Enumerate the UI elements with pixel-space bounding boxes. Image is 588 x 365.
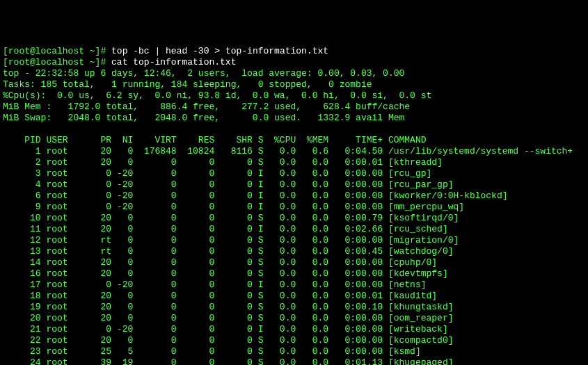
- top-process-row: 24 root 39 19 0 0 0 S 0.0 0.0 0:01.13 [k…: [3, 357, 454, 366]
- top-process-row: 2 root 20 0 0 0 0 S 0.0 0.0 0:00.01 [kth…: [3, 157, 443, 168]
- top-process-row: 10 root 20 0 0 0 0 S 0.0 0.0 0:00.79 [ks…: [3, 213, 459, 223]
- top-process-row: 11 root 20 0 0 0 0 I 0.0 0.0 0:02.66 [rc…: [3, 224, 448, 234]
- shell-prompt: [root@localhost ~]#: [3, 57, 106, 67]
- top-process-row: 18 root 20 0 0 0 0 S 0.0 0.0 0:00.01 [ka…: [3, 291, 437, 301]
- top-summary-line: MiB Mem : 1792.0 total, 886.4 free, 277.…: [3, 102, 410, 112]
- top-process-row: 20 root 20 0 0 0 0 S 0.0 0.0 0:00.00 [oo…: [3, 313, 454, 323]
- top-process-row: 3 root 0 -20 0 0 0 I 0.0 0.0 0:00.00 [rc…: [3, 168, 431, 179]
- top-process-row: 14 root 20 0 0 0 0 S 0.0 0.0 0:00.00 [cp…: [3, 257, 437, 268]
- top-process-row: 23 root 25 5 0 0 0 S 0.0 0.0 0:00.00 [ks…: [3, 346, 421, 357]
- top-process-row: 4 root 0 -20 0 0 0 I 0.0 0.0 0:00.00 [rc…: [3, 179, 454, 190]
- top-process-row: 6 root 0 -20 0 0 0 I 0.0 0.0 0:00.00 [kw…: [3, 190, 508, 201]
- command-2: cat top-information.txt: [111, 57, 236, 67]
- top-summary-line: Tasks: 185 total, 1 running, 184 sleepin…: [3, 79, 372, 90]
- top-process-row: 17 root 0 -20 0 0 0 I 0.0 0.0 0:00.00 [n…: [3, 279, 427, 290]
- top-process-row: 12 root rt 0 0 0 0 S 0.0 0.0 0:00.00 [mi…: [3, 235, 459, 245]
- top-process-header: PID USER PR NI VIRT RES SHR S %CPU %MEM …: [3, 135, 427, 145]
- top-process-row: 22 root 20 0 0 0 0 S 0.0 0.0 0:00.00 [kc…: [3, 335, 454, 346]
- top-process-row: 16 root 20 0 0 0 0 S 0.0 0.0 0:00.00 [kd…: [3, 268, 448, 279]
- top-summary-line: top - 22:32:58 up 6 days, 12:46, 2 users…: [3, 68, 404, 79]
- terminal-output[interactable]: [root@localhost ~]# top -bc | head -30 >…: [3, 46, 588, 365]
- top-process-row: 21 root 0 -20 0 0 0 I 0.0 0.0 0:00.00 [w…: [3, 324, 448, 334]
- top-process-row: 13 root rt 0 0 0 0 S 0.0 0.0 0:00.45 [wa…: [3, 246, 454, 257]
- top-process-row: 9 root 0 -20 0 0 0 I 0.0 0.0 0:00.00 [mm…: [3, 202, 464, 212]
- command-1: top -bc | head -30 > top-information.txt: [111, 46, 328, 56]
- top-process-row: 19 root 20 0 0 0 0 S 0.0 0.0 0:00.10 [kh…: [3, 302, 454, 312]
- top-summary-line: MiB Swap: 2048.0 total, 2048.0 free, 0.0…: [3, 113, 404, 123]
- top-summary-line: %Cpu(s): 0.0 us, 6.2 sy, 0.0 ni, 93.8 id…: [3, 90, 431, 101]
- top-process-row: 1 root 20 0 176848 10824 8116 S 0.0 0.6 …: [3, 146, 573, 156]
- shell-prompt: [root@localhost ~]#: [3, 46, 106, 56]
